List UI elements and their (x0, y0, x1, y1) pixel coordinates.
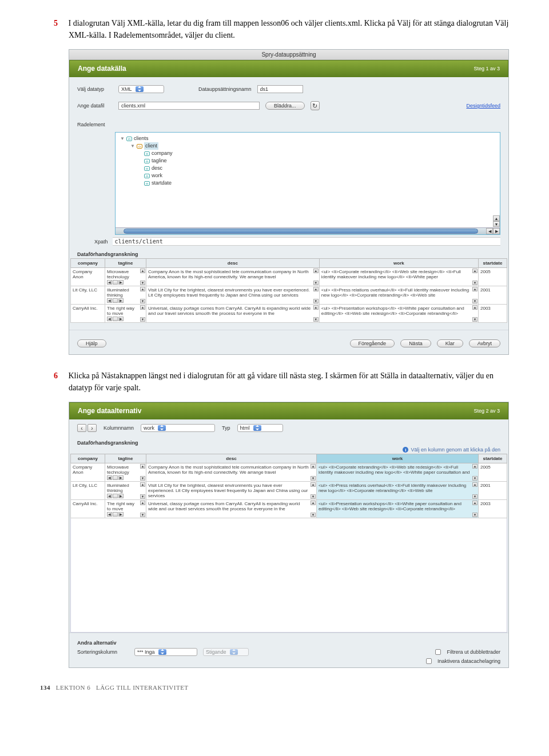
cell-desc: Company Anon is the most sophisticated t… (146, 463, 317, 482)
col2-company[interactable]: company (71, 454, 105, 463)
cell-desc: Company Anon is the most sophisticated t… (146, 268, 320, 286)
sortcol-select[interactable]: *** Inga (134, 648, 197, 656)
sortcol-label: Sorteringskolumn (77, 649, 129, 655)
tree-child[interactable]: ‹›tagline (120, 157, 495, 165)
cell-company: Company Anon (71, 268, 105, 286)
cell-tagline: Microwave technology▲▼◀ ▶ (105, 268, 146, 286)
filter-label: Filtrera ut dubblettrader (447, 649, 500, 655)
done-button[interactable]: Klar (437, 339, 463, 347)
table-row: Lit City, LLCIlluminated thinking▲▼◀ ▶Vi… (71, 286, 507, 305)
dialog-step1: Spry-datauppsättning Ange datakälla Steg… (69, 49, 509, 355)
cell-work: <ul> <li>Corporate rebranding</li> <li>W… (319, 268, 478, 286)
col2-tagline[interactable]: tagline (105, 454, 146, 463)
datatype-value: XML (121, 86, 132, 92)
cell-startdate: 2003 (479, 500, 507, 518)
next-button[interactable]: Nästa (400, 339, 431, 347)
other-options-heading: Andra alternativ (77, 637, 500, 647)
table-row: Lit City, LLCIlluminated thinking▲▼◀ ▶Vi… (71, 482, 507, 500)
sortcol-value: *** Inga (137, 649, 155, 655)
datatype-select[interactable]: XML (118, 85, 164, 93)
page-number: 134 (40, 684, 50, 691)
cell-company: Lit City, LLC (71, 286, 105, 305)
cell-startdate: 2001 (479, 286, 507, 305)
cell-company: Lit City, LLC (71, 482, 105, 500)
type-value: html (240, 425, 250, 431)
tree-box: ▼‹›clients ▼‹›client ‹›company ‹›tagline… (115, 132, 500, 235)
xpath-label: Xpath (94, 239, 108, 245)
col2-desc[interactable]: desc (146, 454, 317, 463)
col-next-button[interactable]: › (87, 424, 97, 432)
cell-work: <ul> <li>Press relations overhaul</li> <… (319, 286, 478, 305)
step-5-text: I dialogrutan Välj XML-källa, letar du d… (69, 19, 509, 39)
col-tagline[interactable]: tagline (105, 259, 146, 268)
type-select[interactable]: html (237, 424, 283, 432)
table-row: CarryAll Inc.The right way to move▲▼◀ ▶U… (71, 500, 507, 518)
cell-startdate: 2003 (479, 305, 507, 323)
cell-work: <ul> <li>Press relations overhaul</li> <… (316, 482, 478, 500)
table-row: CarryAll Inc.The right way to move▲▼◀ ▶U… (71, 305, 507, 323)
preview-table2: company tagline desc work startdate Comp… (70, 454, 507, 518)
sortdir-select[interactable]: Stigande (203, 648, 249, 656)
cell-tagline: The right way to move▲▼◀ ▶ (105, 305, 146, 323)
designfeed-link[interactable]: Designtidsfeed (466, 103, 500, 109)
dialog2-header-title: Ange dataalternativ (78, 407, 141, 415)
filter-checkbox[interactable] (435, 649, 441, 655)
footer-title: LÄGG TILL INTERAKTIVITET (96, 684, 189, 691)
tree-child[interactable]: ‹›company (120, 150, 495, 157)
cell-work: <ul> <li>Corporate rebranding</li> <li>W… (316, 463, 478, 482)
table-row: Company AnonMicrowave technology▲▼◀ ▶Com… (71, 268, 507, 286)
dialog2-header: Ange dataalternativ Steg 2 av 3 (69, 402, 508, 419)
dsname-input[interactable]: ds1 (257, 85, 303, 93)
colname-label: Kolumnnamn (104, 425, 134, 431)
datafile-label: Ange datafil (77, 103, 113, 109)
tree-child[interactable]: ‹›startdate (120, 179, 495, 187)
tree-child[interactable]: ‹›work (120, 172, 495, 179)
colname-select[interactable]: work (141, 424, 215, 432)
info-text: Välj en kolumn genom att klicka på den (411, 447, 500, 453)
cell-work: <ul> <li>Presentation workshops</li> <li… (316, 500, 478, 518)
tree-root[interactable]: ▼‹›clients (120, 135, 495, 142)
tree-client[interactable]: ▼‹›client (120, 142, 495, 150)
tree-child[interactable]: ‹›desc (120, 165, 495, 172)
dialog-titlebar: Spry-datauppsättning (69, 50, 508, 60)
cell-work: <ul> <li>Presentation workshops</li> <li… (319, 305, 478, 323)
dropdown-icon (158, 425, 166, 431)
cache-checkbox[interactable] (426, 658, 432, 664)
dialog-step2: Ange dataalternativ Steg 2 av 3 ‹ › Kolu… (69, 402, 509, 668)
preview-blank-area (70, 518, 507, 633)
cancel-button[interactable]: Avbryt (469, 339, 500, 347)
col-work[interactable]: work (319, 259, 478, 268)
dialog2-step-indicator: Steg 2 av 3 (474, 408, 500, 414)
col-desc[interactable]: desc (146, 259, 320, 268)
col2-startdate[interactable]: startdate (479, 454, 507, 463)
dropdown-icon (230, 649, 238, 655)
cell-tagline: Illuminated thinking▲▼◀ ▶ (105, 286, 146, 305)
datafile-input[interactable]: clients.xml (118, 102, 260, 110)
cell-startdate: 2005 (479, 463, 507, 482)
browse-button[interactable]: Bläddra... (265, 102, 305, 110)
col-startdate[interactable]: startdate (479, 259, 507, 268)
cell-tagline: The right way to move▲▼◀ ▶ (105, 500, 146, 518)
help-button[interactable]: Hjälp (77, 339, 106, 347)
xpath-input[interactable]: clients/client (113, 237, 500, 246)
col-prev-button[interactable]: ‹ (77, 424, 86, 432)
dsname-label: Datauppsättningsnamn (198, 86, 252, 92)
cell-desc: Visit Lit City for the brightest, cleare… (146, 482, 317, 500)
tree-scroll-horiz[interactable]: ◀▶ (116, 227, 500, 234)
prev-button[interactable]: Föregående (350, 339, 395, 347)
footer-lesson: LEKTION 6 (56, 684, 90, 691)
cell-company: Company Anon (71, 463, 105, 482)
sortdir-value: Stigande (206, 649, 226, 655)
dialog-header: Ange datakälla Steg 1 av 3 (69, 60, 508, 77)
tree-scroll-vert[interactable]: ▲▼ (493, 215, 500, 227)
cell-tagline: Illuminated thinking▲▼◀ ▶ (105, 482, 146, 500)
cell-company: CarryAll Inc. (71, 305, 105, 323)
table-row: Company AnonMicrowave technology▲▼◀ ▶Com… (71, 463, 507, 482)
dropdown-icon (158, 649, 166, 655)
col2-work[interactable]: work (316, 454, 478, 463)
dialog-step-indicator: Steg 1 av 3 (474, 66, 500, 71)
refresh-button[interactable]: ↻ (311, 101, 320, 110)
col-company[interactable]: company (71, 259, 105, 268)
step-6-number: 6 (54, 370, 66, 382)
dialog-header-title: Ange datakälla (78, 65, 126, 73)
